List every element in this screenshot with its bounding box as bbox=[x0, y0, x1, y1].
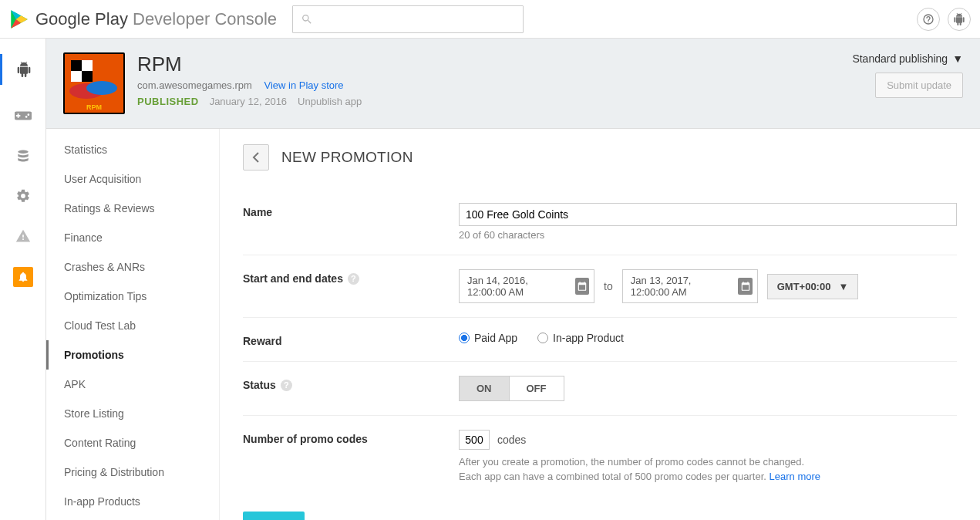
search-input[interactable] bbox=[292, 5, 524, 33]
svg-point-10 bbox=[86, 81, 117, 95]
calendar-icon bbox=[575, 278, 589, 295]
chevron-down-icon: ▼ bbox=[838, 281, 848, 292]
play-triangle-icon bbox=[9, 8, 29, 30]
svg-rect-7 bbox=[71, 60, 82, 71]
sidemenu-item-cloud-test-lab[interactable]: Cloud Test Lab bbox=[46, 311, 219, 340]
help-icon bbox=[922, 13, 935, 25]
android-icon bbox=[953, 13, 965, 25]
chevron-left-icon bbox=[252, 152, 260, 163]
codes-suffix: codes bbox=[497, 434, 526, 446]
sidemenu-item-services-apis[interactable]: Services & APIs bbox=[46, 516, 219, 520]
rail-warning-icon[interactable] bbox=[14, 227, 32, 245]
sidemenu-item-store-listing[interactable]: Store Listing bbox=[46, 399, 219, 428]
radio-unselected-icon bbox=[537, 333, 548, 343]
sidemenu-item-ratings-reviews[interactable]: Ratings & Reviews bbox=[46, 194, 219, 223]
timezone-dropdown[interactable]: GMT+00:00 ▼ bbox=[767, 274, 859, 299]
sidemenu-item-in-app-products[interactable]: In-app Products bbox=[46, 487, 219, 516]
status-label: Status bbox=[243, 379, 276, 391]
publish-status: PUBLISHED bbox=[137, 96, 199, 107]
rail-android-icon[interactable] bbox=[0, 54, 45, 85]
form-area: NEW PROMOTION Name 20 of 60 characters S… bbox=[220, 129, 980, 520]
svg-rect-8 bbox=[82, 71, 93, 82]
chevron-down-icon: ▼ bbox=[952, 52, 963, 65]
codes-label: Number of promo codes bbox=[243, 430, 459, 445]
reward-inapp-radio[interactable]: In-app Product bbox=[537, 332, 624, 344]
codes-hint-2: Each app can have a combined total of 50… bbox=[459, 471, 957, 482]
help-icon[interactable]: ? bbox=[348, 273, 359, 285]
sidemenu-item-content-rating[interactable]: Content Rating bbox=[46, 428, 219, 458]
android-button[interactable] bbox=[948, 8, 971, 31]
create-button[interactable]: Create bbox=[243, 512, 305, 520]
side-menu: StatisticsUser AcquisitionRatings & Revi… bbox=[46, 129, 220, 520]
svg-text:RPM: RPM bbox=[86, 103, 102, 111]
unpublish-link[interactable]: Unpublish app bbox=[298, 96, 362, 107]
play-logo bbox=[9, 8, 29, 30]
rail-database-icon[interactable] bbox=[14, 147, 32, 165]
publishing-mode-dropdown[interactable]: Standard publishing ▼ bbox=[852, 52, 963, 65]
submit-update-button[interactable]: Submit update bbox=[875, 73, 963, 98]
sidemenu-item-finance[interactable]: Finance bbox=[46, 223, 219, 252]
sidemenu-item-statistics[interactable]: Statistics bbox=[46, 135, 219, 164]
to-text: to bbox=[604, 280, 613, 292]
name-hint: 20 of 60 characters bbox=[459, 229, 957, 241]
page-title: NEW PROMOTION bbox=[281, 149, 413, 166]
dates-label: Start and end dates bbox=[243, 272, 343, 285]
brand-text: Google Play Developer Console bbox=[35, 9, 277, 29]
toggle-off[interactable]: OFF bbox=[510, 376, 564, 400]
learn-more-link[interactable]: Learn more bbox=[770, 471, 820, 482]
sidemenu-item-promotions[interactable]: Promotions bbox=[46, 340, 219, 370]
sidemenu-item-crashes-anrs[interactable]: Crashes & ANRs bbox=[46, 252, 219, 282]
rail-gear-icon[interactable] bbox=[14, 187, 32, 205]
package-name: com.awesomegames.rpm bbox=[137, 79, 252, 91]
calendar-icon bbox=[738, 278, 752, 295]
app-icon: RPM bbox=[63, 52, 125, 114]
name-input[interactable] bbox=[459, 203, 957, 226]
toggle-on[interactable]: ON bbox=[460, 376, 510, 400]
reward-paid-radio[interactable]: Paid App bbox=[459, 332, 517, 344]
view-in-store-link[interactable]: View in Play store bbox=[264, 79, 343, 91]
sidemenu-item-apk[interactable]: APK bbox=[46, 370, 219, 399]
search-icon bbox=[301, 13, 313, 25]
rail-gamepad-icon[interactable] bbox=[14, 106, 32, 125]
status-toggle[interactable]: ON OFF bbox=[459, 376, 564, 401]
reward-label: Reward bbox=[243, 332, 459, 347]
end-date-input[interactable]: Jan 13, 2017, 12:00:00 AM bbox=[622, 269, 758, 303]
app-header: RPM RPM com.awesomegames.rpm View in Pla… bbox=[46, 39, 980, 129]
svg-point-4 bbox=[18, 150, 29, 154]
rail-megaphone-icon[interactable] bbox=[13, 267, 33, 287]
help-button[interactable] bbox=[917, 8, 940, 31]
sidemenu-item-optimization-tips[interactable]: Optimization Tips bbox=[46, 282, 219, 311]
app-title: RPM bbox=[137, 52, 362, 76]
name-label: Name bbox=[243, 203, 459, 218]
topbar: Google Play Developer Console bbox=[0, 0, 980, 39]
help-icon[interactable]: ? bbox=[281, 380, 292, 391]
icon-rail bbox=[0, 39, 46, 520]
radio-selected-icon bbox=[459, 333, 470, 343]
codes-input[interactable] bbox=[459, 430, 490, 450]
sidemenu-item-user-acquisition[interactable]: User Acquisition bbox=[46, 164, 219, 194]
sidemenu-item-pricing-distribution[interactable]: Pricing & Distribution bbox=[46, 458, 219, 487]
back-button[interactable] bbox=[243, 144, 269, 171]
codes-hint-1: After you create a promotion, the number… bbox=[459, 456, 957, 468]
start-date-input[interactable]: Jan 14, 2016, 12:00:00 AM bbox=[459, 269, 594, 303]
publish-date: January 12, 2016 bbox=[210, 96, 287, 107]
